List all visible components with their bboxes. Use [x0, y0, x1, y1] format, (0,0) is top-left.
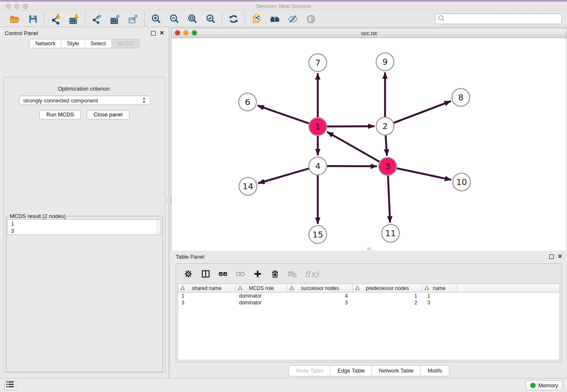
- delete-table-icon: [287, 269, 297, 279]
- table-row[interactable]: 1dominator411: [178, 293, 559, 299]
- result-scrollbar[interactable]: [157, 220, 161, 235]
- node-14[interactable]: 14: [239, 177, 257, 195]
- list-icon: [6, 381, 14, 389]
- hide-glyph-icon[interactable]: [287, 13, 298, 25]
- zoom-in-icon[interactable]: [150, 13, 162, 25]
- minimize-network-icon[interactable]: -: [183, 30, 189, 36]
- edge-3-1[interactable]: [327, 132, 380, 162]
- search-input[interactable]: [445, 15, 559, 22]
- panel-splitter-handle[interactable]: [168, 197, 171, 203]
- edge-1-2[interactable]: [327, 126, 374, 127]
- cell-name[interactable]: 3: [422, 300, 457, 306]
- network-docs-icon[interactable]: [250, 13, 262, 25]
- canvas-resize-handle[interactable]: [367, 248, 371, 250]
- settings-icon[interactable]: [183, 269, 193, 279]
- cell-MCDS-role[interactable]: dominator: [236, 300, 287, 306]
- cell-MCDS-role[interactable]: dominator: [236, 293, 287, 299]
- add-icon[interactable]: [253, 269, 263, 279]
- node-7[interactable]: 7: [309, 54, 327, 72]
- tab-mcds[interactable]: MCDS: [112, 39, 139, 48]
- columns-icon[interactable]: [201, 269, 211, 279]
- node-2[interactable]: 2: [376, 117, 394, 135]
- memory-button[interactable]: Memory: [526, 380, 563, 390]
- mcds-result-line: 3: [11, 227, 161, 235]
- column-header-predecessor-nodes[interactable]: predecessor nodes: [353, 284, 422, 292]
- column-tree-icon: [238, 286, 242, 292]
- mcds-result-textarea[interactable]: 13: [8, 219, 161, 235]
- cell-shared-name[interactable]: 3: [178, 300, 236, 306]
- float-table-panel-icon[interactable]: [549, 254, 554, 259]
- zoom-out-icon[interactable]: [168, 13, 180, 25]
- table-header-row: shared nameMCDS rolesuccessor nodesprede…: [178, 284, 559, 293]
- node-1[interactable]: 1: [309, 118, 327, 135]
- eye-icon[interactable]: [305, 13, 317, 25]
- home-icon[interactable]: [269, 13, 280, 25]
- network-canvas[interactable]: 7968124314101511: [171, 38, 567, 251]
- edge-4-3[interactable]: [327, 166, 377, 166]
- network-view-window: x - + scc.txt 7968124314101511: [171, 28, 567, 251]
- node-10[interactable]: 10: [453, 173, 471, 191]
- select-all-icon[interactable]: [218, 269, 228, 279]
- edge-2-3[interactable]: [385, 135, 387, 156]
- export-table-icon[interactable]: [109, 13, 121, 25]
- maximize-network-icon[interactable]: +: [192, 30, 197, 36]
- float-panel-icon[interactable]: [151, 31, 156, 36]
- dropdown-value: strongly connected component: [23, 97, 98, 104]
- edge-3-10[interactable]: [397, 168, 451, 180]
- cell-successor-nodes[interactable]: 3: [287, 300, 353, 306]
- column-header-successor-nodes[interactable]: successor nodes: [287, 284, 353, 292]
- tab-network[interactable]: Network: [30, 39, 61, 48]
- deselect-all-icon[interactable]: [235, 269, 245, 279]
- app-titlebar: Session: New Session: [0, 0, 567, 11]
- node-3[interactable]: 3: [379, 157, 396, 175]
- node-15[interactable]: 15: [309, 226, 327, 243]
- open-session-icon[interactable]: [9, 13, 20, 25]
- node-4[interactable]: 4: [309, 157, 327, 175]
- cell-shared-name[interactable]: 1: [178, 293, 236, 299]
- edge-2-8[interactable]: [394, 101, 451, 123]
- import-network-icon[interactable]: [50, 13, 61, 25]
- run-mcds-button[interactable]: Run MCDS: [39, 110, 81, 119]
- column-header-name[interactable]: name: [422, 284, 457, 292]
- network-window-controls[interactable]: x - +: [175, 30, 197, 36]
- control-panel-tabs: NetworkStyleSelectMCDS: [0, 39, 169, 48]
- cell-predecessor-nodes[interactable]: 2: [353, 300, 422, 306]
- close-network-icon[interactable]: x: [175, 30, 180, 36]
- tab-node-table[interactable]: Node Table: [289, 366, 331, 376]
- close-table-panel-icon[interactable]: ✕: [558, 254, 562, 259]
- node-8[interactable]: 8: [452, 88, 470, 106]
- save-session-icon[interactable]: [27, 13, 39, 25]
- export-image-icon[interactable]: [127, 13, 139, 25]
- taskbar-list-button[interactable]: [4, 380, 16, 390]
- tab-style[interactable]: Style: [61, 39, 85, 48]
- edge-1-6[interactable]: [258, 105, 309, 123]
- edge-4-14[interactable]: [258, 168, 309, 183]
- dropdown-chevrons-icon: [142, 97, 146, 104]
- node-9[interactable]: 9: [376, 53, 394, 71]
- tab-motifs[interactable]: Motifs: [421, 366, 449, 376]
- tab-edge-table[interactable]: Edge Table: [330, 366, 372, 376]
- zoom-fit-icon[interactable]: [187, 13, 198, 25]
- delete-icon[interactable]: [270, 269, 280, 279]
- tab-network-table[interactable]: Network Table: [372, 366, 421, 376]
- export-network-icon[interactable]: [91, 13, 102, 25]
- column-header-MCDS-role[interactable]: MCDS role: [236, 284, 287, 292]
- node-11[interactable]: 11: [382, 224, 399, 242]
- edge-3-11[interactable]: [388, 176, 390, 223]
- close-panel-icon[interactable]: ✕: [160, 31, 164, 35]
- optimization-criterion-dropdown[interactable]: strongly connected component: [19, 96, 150, 105]
- refresh-icon[interactable]: [228, 13, 239, 25]
- table-row[interactable]: 3dominator323: [178, 299, 559, 306]
- close-panel-button[interactable]: Close panel: [87, 110, 129, 119]
- mcds-result-line: 1: [11, 220, 161, 227]
- cell-name[interactable]: 1: [422, 293, 457, 299]
- cell-predecessor-nodes[interactable]: 1: [353, 293, 422, 299]
- zoom-selected-icon[interactable]: [205, 13, 216, 25]
- node-label: 9: [383, 57, 388, 67]
- node-6[interactable]: 6: [239, 93, 256, 111]
- tab-select[interactable]: Select: [85, 39, 112, 48]
- column-header-shared-name[interactable]: shared name: [178, 284, 236, 292]
- search-box[interactable]: [435, 14, 562, 24]
- cell-successor-nodes[interactable]: 4: [287, 293, 353, 299]
- import-table-icon[interactable]: [68, 13, 80, 25]
